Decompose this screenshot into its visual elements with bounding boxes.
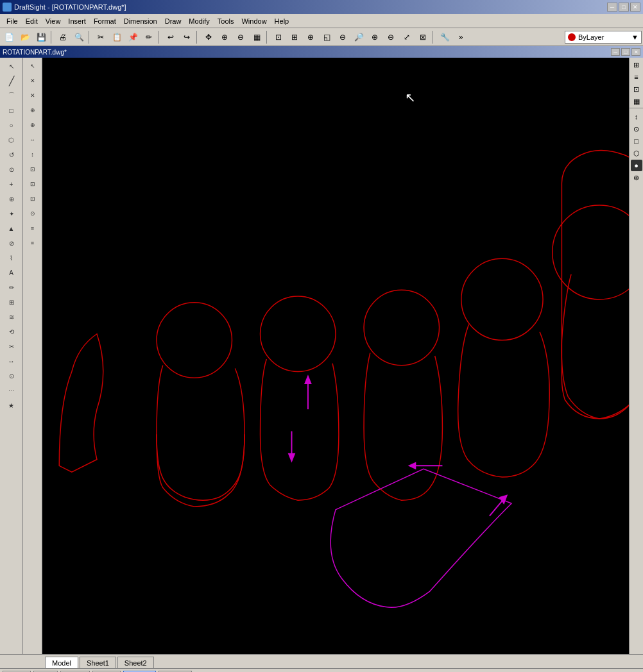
redo-button[interactable]: ↪ <box>179 30 194 44</box>
matchprop-button[interactable]: ✏ <box>141 30 157 44</box>
lines-tool-2[interactable]: ≡ <box>26 236 40 250</box>
scissors-tool[interactable]: ✂ <box>4 339 19 353</box>
svg-point-3 <box>461 258 543 340</box>
zoom-window-button[interactable]: ⊞ <box>287 30 302 44</box>
window-controls[interactable]: ─ □ ✕ <box>607 3 640 12</box>
measure-tool[interactable]: ⊘ <box>4 236 19 250</box>
menu-item-help[interactable]: Help <box>271 16 293 26</box>
open-button[interactable]: 📂 <box>17 30 33 44</box>
grid-tool[interactable]: ⊞ <box>4 295 19 309</box>
copy-button[interactable]: 📋 <box>109 30 124 44</box>
maximize-button[interactable]: □ <box>619 3 629 12</box>
print-preview-button[interactable]: 🔍 <box>71 30 87 44</box>
pan-button[interactable]: ✥ <box>201 30 216 44</box>
cross-tool-2[interactable]: ✕ <box>26 88 40 103</box>
mirror-tool[interactable]: ↔ <box>4 354 19 368</box>
menu-item-insert[interactable]: Insert <box>64 16 90 26</box>
menu-item-window[interactable]: Window <box>237 16 270 26</box>
layer-dropdown[interactable]: ByLayer ▼ <box>565 31 642 44</box>
zoom-scale-button[interactable]: 🔎 <box>351 30 366 44</box>
zoom-realtime-button[interactable]: ⊕ <box>217 30 232 44</box>
undo-button[interactable]: ↩ <box>163 30 178 44</box>
zoom-previous-button[interactable]: ⊖ <box>233 30 248 44</box>
zoom-plus-button[interactable]: ⊕ <box>367 30 382 44</box>
menu-item-edit[interactable]: Edit <box>22 16 42 26</box>
doc-close-button[interactable]: ✕ <box>631 48 640 56</box>
more-tool[interactable]: ⋯ <box>4 383 19 398</box>
lines-tool-1[interactable]: ≡ <box>26 221 40 235</box>
rt-box-button[interactable]: ⊡ <box>631 83 642 95</box>
select-tool[interactable]: ↖ <box>26 59 40 73</box>
rectangle-tool[interactable]: □ <box>4 103 19 117</box>
menu-item-format[interactable]: Format <box>90 16 120 26</box>
rt-hex-button[interactable]: ⬡ <box>631 147 642 159</box>
zoom-selected-button[interactable]: ◱ <box>319 30 334 44</box>
doc-maximize-button[interactable]: □ <box>621 48 630 56</box>
zoom-out-button[interactable]: ⊖ <box>335 30 350 44</box>
menu-item-tools[interactable]: Tools <box>214 16 238 26</box>
more-tools-button[interactable]: » <box>453 30 468 44</box>
circle-tool[interactable]: ○ <box>4 118 19 132</box>
snap-tool[interactable]: + <box>4 177 19 191</box>
point-tool[interactable]: ⊕ <box>4 192 19 206</box>
rt-circle-button[interactable]: ⊙ <box>631 123 642 135</box>
plus-tool-2[interactable]: ⊕ <box>26 118 40 132</box>
doc-minimize-button[interactable]: ─ <box>611 48 620 56</box>
zoom-in-button[interactable]: ⊕ <box>303 30 318 44</box>
undo-tool[interactable]: ⟲ <box>4 324 19 339</box>
namedviews-button[interactable]: ▦ <box>249 30 264 44</box>
cut-button[interactable]: ✂ <box>93 30 108 44</box>
rt-settings-button[interactable]: ⊛ <box>631 172 642 183</box>
box-tool-2[interactable]: ⊡ <box>26 177 40 191</box>
cursor-tool[interactable]: ↖ <box>4 59 19 73</box>
canvas-area[interactable]: ↖ <box>42 58 629 654</box>
pattern-tool[interactable]: ≋ <box>4 310 19 324</box>
zoom-minus-button[interactable]: ⊖ <box>383 30 399 44</box>
save-button[interactable]: 💾 <box>33 30 49 44</box>
rt-dotgrid-button[interactable]: ▦ <box>631 96 642 107</box>
rt-grid-button[interactable]: ⊞ <box>631 59 642 71</box>
tab-sheet2[interactable]: Sheet2 <box>117 657 154 668</box>
close-button[interactable]: ✕ <box>630 3 640 12</box>
rt-list-button[interactable]: ≡ <box>631 71 642 83</box>
new-button[interactable]: 📄 <box>1 30 17 44</box>
favorites-tool[interactable]: ★ <box>4 398 19 412</box>
svg-point-4 <box>553 205 629 299</box>
zoom-fit-button[interactable]: ⤢ <box>399 30 415 44</box>
zoom-max-button[interactable]: ⊠ <box>415 30 431 44</box>
text-tool[interactable]: A <box>4 265 19 280</box>
box-tool-1[interactable]: ⊡ <box>26 162 40 176</box>
spline-tool[interactable]: ⌇ <box>4 251 19 265</box>
v-arrow-tool[interactable]: ↕ <box>26 147 40 162</box>
rt-square-button[interactable]: □ <box>631 135 642 147</box>
paste-button[interactable]: 📌 <box>125 30 141 44</box>
menu-item-modify[interactable]: Modify <box>185 16 213 26</box>
menu-item-view[interactable]: View <box>42 16 65 26</box>
freehand-tool[interactable]: ✏ <box>4 280 19 294</box>
tab-sheet1[interactable]: Sheet1 <box>80 657 116 668</box>
minimize-button[interactable]: ─ <box>607 3 617 12</box>
menu-item-file[interactable]: File <box>3 16 22 26</box>
line-tool[interactable]: ╱ <box>4 74 19 88</box>
rotate-tool[interactable]: ↺ <box>4 147 19 162</box>
cross-tool-1[interactable]: ✕ <box>26 74 40 88</box>
doc-controls[interactable]: ─ □ ✕ <box>611 48 640 56</box>
menu-item-dimension[interactable]: Dimension <box>120 16 161 26</box>
arc-tool[interactable]: ⌒ <box>4 88 19 103</box>
print-button[interactable]: 🖨 <box>55 30 71 44</box>
box-tool-3[interactable]: ⊡ <box>26 192 40 206</box>
ellipse-tool[interactable]: ⊙ <box>4 162 19 176</box>
polygon-tool[interactable]: ⬡ <box>4 133 19 147</box>
tab-model[interactable]: Model <box>45 657 78 668</box>
target-tool[interactable]: ⊙ <box>4 369 19 383</box>
star-tool[interactable]: ✦ <box>4 206 19 221</box>
circle-tool-2[interactable]: ⊙ <box>26 206 40 221</box>
zoom-extents-button[interactable]: ⊡ <box>271 30 286 44</box>
h-arrow-tool[interactable]: ↔ <box>26 133 40 147</box>
rt-filled-button[interactable]: ● <box>631 160 642 171</box>
rt-move-button[interactable]: ↕ <box>631 111 642 122</box>
plus-tool-1[interactable]: ⊕ <box>26 103 40 117</box>
properties-button[interactable]: 🔧 <box>437 30 452 44</box>
hatch-tool[interactable]: ▲ <box>4 221 19 235</box>
menu-item-draw[interactable]: Draw <box>161 16 185 26</box>
